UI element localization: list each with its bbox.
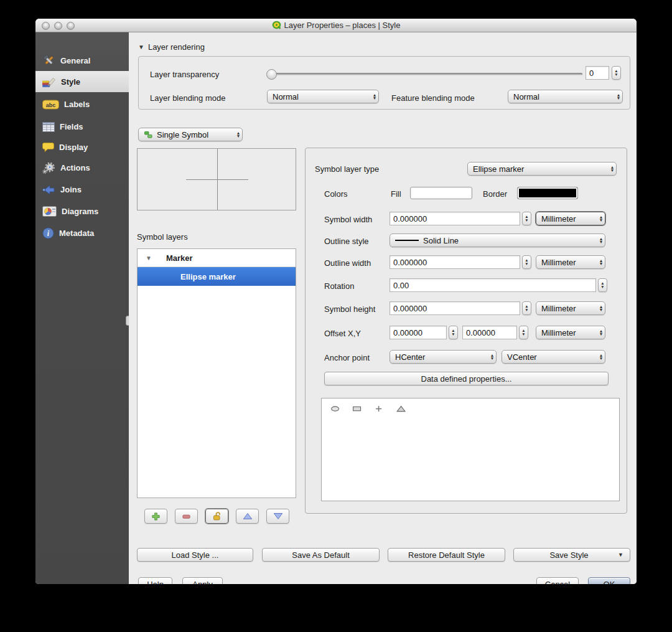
- shape-rectangle[interactable]: [350, 404, 365, 414]
- popup-arrows-icon: ▴▾: [617, 93, 620, 100]
- sidebar-item-diagrams[interactable]: Diagrams: [35, 201, 129, 222]
- remove-symbol-layer-button[interactable]: [175, 509, 198, 524]
- popup-arrows-icon: ▴▾: [600, 215, 602, 222]
- minimize-window-button[interactable]: [54, 22, 62, 30]
- offset-y-stepper[interactable]: ▴▾: [519, 326, 528, 339]
- sidebar: General Style abc Labels: [35, 32, 129, 584]
- disclosure-triangle-icon: ▼: [138, 44, 144, 50]
- help-button[interactable]: Help: [138, 577, 172, 584]
- save-as-default-button[interactable]: Save As Default: [262, 548, 380, 562]
- sidebar-item-actions[interactable]: Actions: [35, 158, 129, 178]
- join-arrow-icon: [42, 184, 55, 196]
- slider-handle[interactable]: [266, 69, 277, 80]
- outline-style-select[interactable]: Solid Line ▴▾: [390, 233, 605, 247]
- anchor-vertical-select[interactable]: VCenter ▴▾: [502, 350, 605, 364]
- layer-transparency-value-field[interactable]: 0: [586, 66, 609, 80]
- renderer-type-select[interactable]: Single Symbol ▴▾: [138, 128, 243, 141]
- colors-label: Colors: [324, 189, 348, 199]
- minus-icon: [182, 512, 191, 521]
- symbol-width-stepper[interactable]: ▴▾: [522, 212, 531, 225]
- ok-button[interactable]: OK: [588, 577, 630, 584]
- layer-rendering-section-header[interactable]: ▼ Layer rendering: [138, 42, 205, 52]
- outline-width-stepper[interactable]: ▴▾: [522, 255, 531, 269]
- paintbrush-icon: [42, 76, 56, 88]
- move-layer-down-button[interactable]: [266, 509, 289, 524]
- rotation-stepper[interactable]: ▴▾: [598, 278, 607, 292]
- shape-cross[interactable]: [372, 404, 387, 414]
- speech-bubble-icon: [42, 142, 54, 153]
- offset-x-stepper[interactable]: ▴▾: [449, 326, 458, 339]
- abc-icon: abc: [42, 100, 59, 110]
- offset-x-field[interactable]: 0.00000: [390, 326, 447, 339]
- sidebar-item-metadata[interactable]: i Metadata: [35, 223, 129, 243]
- fill-color-swatch[interactable]: [410, 187, 472, 199]
- outline-width-label: Outline width: [324, 258, 371, 268]
- data-defined-properties-button[interactable]: Data defined properties...: [324, 372, 609, 385]
- feature-blending-mode-label: Feature blending mode: [391, 93, 475, 103]
- symbol-layers-tree: ▼ Marker Ellipse marker: [137, 248, 296, 498]
- popup-arrows-icon: ▴▾: [600, 354, 602, 361]
- marker-shape-list: [321, 398, 620, 501]
- title-bar[interactable]: Layer Properties – places | Style: [35, 19, 637, 32]
- symbol-width-unit-select[interactable]: Millimeter ▴▾: [536, 212, 605, 225]
- layer-rendering-groupbox: Layer transparency 0 ▴▾ Layer blending m…: [138, 56, 630, 110]
- up-triangle-icon: [243, 512, 253, 520]
- qgis-logo-icon: [272, 21, 281, 30]
- symbol-width-field[interactable]: 0.000000: [390, 212, 520, 225]
- symbol-layer-properties-groupbox: Symbol layer type Ellipse marker ▴▾ Colo…: [305, 148, 627, 514]
- style-page: ▼ Layer rendering Layer transparency 0 ▴…: [129, 32, 637, 584]
- symbol-height-stepper[interactable]: ▴▾: [522, 301, 531, 315]
- apply-button[interactable]: Apply: [182, 577, 223, 584]
- layer-transparency-slider[interactable]: [267, 73, 582, 75]
- save-style-menu-button[interactable]: Save Style ▼: [513, 548, 630, 562]
- sidebar-item-labels[interactable]: abc Labels: [35, 94, 129, 115]
- feature-blending-mode-select[interactable]: Normal ▴▾: [508, 90, 623, 103]
- info-icon: i: [42, 227, 54, 239]
- popup-arrows-icon: ▴▾: [600, 329, 602, 336]
- svg-text:abc: abc: [46, 101, 56, 108]
- symbol-layer-type-label: Symbol layer type: [315, 164, 379, 174]
- chart-icon: [42, 206, 57, 217]
- shape-ellipse[interactable]: [328, 404, 343, 414]
- tree-expander-icon[interactable]: ▼: [146, 255, 152, 262]
- sidebar-item-fields[interactable]: Fields: [35, 116, 129, 137]
- symbol-height-field[interactable]: 0.000000: [390, 301, 520, 315]
- zoom-window-button[interactable]: [67, 22, 75, 30]
- load-style-button[interactable]: Load Style ...: [137, 548, 253, 562]
- triangle-shape-icon: [396, 405, 408, 412]
- offset-y-field[interactable]: 0.00000: [462, 326, 517, 339]
- anchor-horizontal-select[interactable]: HCenter ▴▾: [390, 350, 497, 364]
- sidebar-item-general[interactable]: General: [35, 50, 129, 71]
- outline-width-field[interactable]: 0.000000: [390, 255, 520, 269]
- add-symbol-layer-button[interactable]: [144, 509, 167, 524]
- restore-default-style-button[interactable]: Restore Default Style: [388, 548, 505, 562]
- outline-width-unit-select[interactable]: Millimeter ▴▾: [536, 255, 605, 269]
- symbol-layer-type-select[interactable]: Ellipse marker ▴▾: [467, 162, 617, 176]
- offset-unit-select[interactable]: Millimeter ▴▾: [536, 326, 605, 339]
- anchor-point-label: Anchor point: [324, 353, 370, 362]
- rotation-field[interactable]: 0.00: [390, 278, 596, 292]
- symbol-height-label: Symbol height: [324, 304, 375, 314]
- layer-properties-dialog: Layer Properties – places | Style Genera…: [35, 19, 637, 584]
- cross-shape-icon: [373, 405, 385, 412]
- popup-arrows-icon: ▴▾: [600, 237, 602, 244]
- shape-triangle[interactable]: [394, 404, 409, 414]
- down-triangle-icon: [273, 512, 283, 520]
- tree-selected-row[interactable]: Ellipse marker: [138, 267, 296, 286]
- border-color-swatch[interactable]: [517, 187, 578, 199]
- sidebar-item-display[interactable]: Display: [35, 137, 129, 158]
- menu-arrow-icon: ▼: [618, 552, 623, 558]
- move-layer-up-button[interactable]: [236, 509, 259, 524]
- offset-label: Offset X,Y: [324, 329, 361, 338]
- close-window-button[interactable]: [42, 22, 50, 30]
- layer-blending-mode-select[interactable]: Normal ▴▾: [267, 90, 379, 103]
- sidebar-item-joins[interactable]: Joins: [35, 179, 129, 200]
- lock-symbol-layer-button[interactable]: [205, 509, 228, 524]
- symbol-height-unit-select[interactable]: Millimeter ▴▾: [536, 301, 605, 315]
- layer-transparency-stepper[interactable]: ▴▾: [612, 66, 621, 80]
- tree-group-row[interactable]: ▼ Marker: [138, 249, 296, 267]
- popup-arrows-icon: ▴▾: [600, 259, 602, 266]
- sidebar-item-style[interactable]: Style: [35, 71, 129, 92]
- lock-icon: [212, 511, 222, 521]
- cancel-button[interactable]: Cancel: [536, 577, 579, 584]
